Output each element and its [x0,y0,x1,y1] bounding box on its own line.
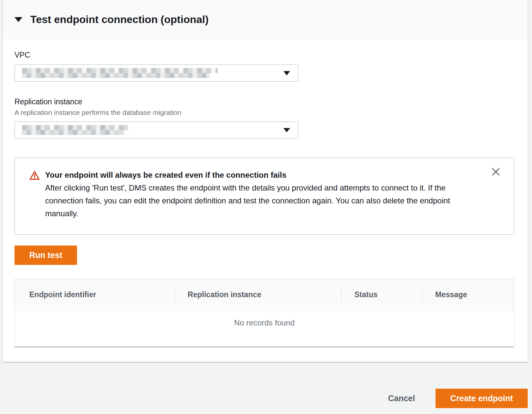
warning-title: Your endpoint will always be created eve… [45,168,473,181]
chevron-down-icon [283,71,290,75]
create-endpoint-button[interactable]: Create endpoint [436,389,528,408]
warning-alert: Your endpoint will always be created eve… [14,158,514,235]
replication-instance-help: A replication instance performs the data… [14,109,514,116]
cancel-button[interactable]: Cancel [388,394,415,403]
run-test-button[interactable]: Run test [14,246,77,265]
column-header-message: Message [422,290,514,299]
table-header-row: Endpoint identifier Replication instance… [15,279,514,310]
replication-instance-label: Replication instance [14,97,514,106]
replication-instance-redacted-value [22,125,128,135]
warning-triangle-icon [29,168,40,234]
chevron-down-icon [283,128,290,132]
section-title: Test endpoint connection (optional) [30,13,209,26]
connection-results-table: Endpoint identifier Replication instance… [14,279,514,347]
vpc-select[interactable] [14,65,298,82]
triangle-down-icon [14,17,22,22]
warning-body: After clicking 'Run test', DMS creates t… [45,181,473,220]
close-icon[interactable] [490,167,501,178]
section-content: VPC Replication instance A replication i… [3,39,528,347]
vpc-redacted-value [22,68,218,78]
column-header-status: Status [341,290,422,299]
replication-instance-field: Replication instance A replication insta… [14,97,514,139]
vpc-label: VPC [14,51,514,60]
test-endpoint-connection-panel: Test endpoint connection (optional) VPC … [3,1,528,362]
empty-state-message: No records found [15,310,514,327]
page: Test endpoint connection (optional) VPC … [0,0,532,414]
column-header-replication-instance: Replication instance [174,290,341,299]
replication-instance-select[interactable] [14,121,298,139]
section-toggle[interactable]: Test endpoint connection (optional) [3,1,528,39]
vpc-field: VPC [14,51,514,82]
column-header-endpoint-identifier: Endpoint identifier [15,290,174,299]
form-actions-footer: Cancel Create endpoint [3,389,528,408]
warning-text: Your endpoint will always be created eve… [45,168,473,234]
table-body: No records found [15,310,514,347]
